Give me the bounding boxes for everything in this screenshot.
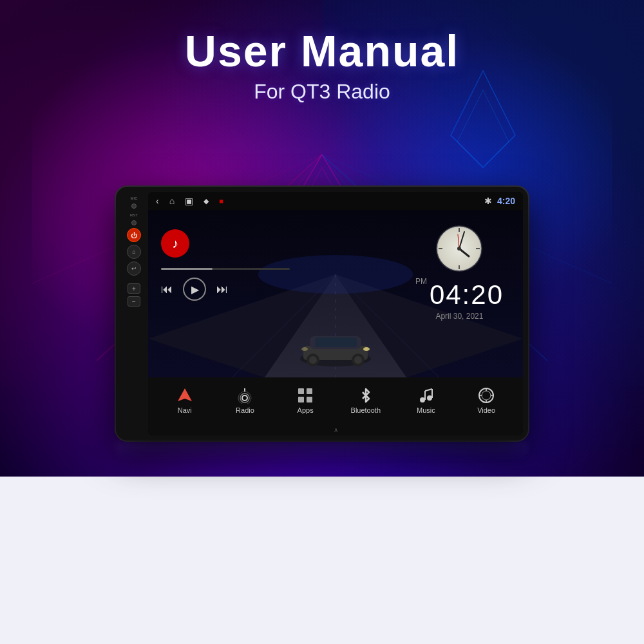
- date-label: April 30, 2021: [435, 312, 483, 321]
- svg-rect-47: [307, 388, 312, 394]
- status-time: 4:20: [497, 196, 515, 206]
- home-side-button[interactable]: ⌂: [127, 245, 141, 259]
- navi-label: Navi: [178, 406, 192, 414]
- vol-up-button[interactable]: +: [128, 283, 140, 294]
- svg-rect-48: [298, 397, 304, 402]
- prev-icon[interactable]: ⏮: [161, 283, 173, 296]
- video-icon: [478, 387, 495, 404]
- svg-rect-23: [315, 337, 357, 347]
- progress-bar[interactable]: [161, 268, 290, 270]
- bluetooth-label: Bluetooth: [351, 406, 381, 414]
- screen: ‹ ⌂ ▣ ◆ ■ ✱ 4:20: [148, 192, 523, 435]
- rst-dot: [131, 220, 137, 225]
- navi-icon: [176, 387, 193, 404]
- mic-label: MIC: [131, 196, 138, 200]
- time-period: PM: [415, 277, 427, 286]
- device-reflection: [116, 442, 528, 461]
- mic-dot: [131, 204, 137, 209]
- play-icon: ▶: [191, 283, 199, 296]
- power-button[interactable]: ⏻: [127, 228, 141, 242]
- nav-item-apps[interactable]: Apps: [283, 387, 328, 414]
- apps-icon: [297, 387, 314, 404]
- car-image: [297, 323, 374, 371]
- swipe-indicator: ∧: [148, 424, 523, 435]
- svg-point-29: [301, 347, 308, 351]
- nav-item-radio[interactable]: Radio: [222, 387, 267, 414]
- rst-label: RST: [130, 213, 138, 217]
- notification-icon[interactable]: ■: [219, 197, 223, 205]
- home-icon[interactable]: ⌂: [169, 196, 175, 206]
- page-subtitle: For QT3 Radio: [0, 80, 644, 104]
- bottom-nav: Navi Radio: [148, 377, 523, 424]
- bottom-white-area: [0, 477, 644, 644]
- player-controls: ♪ ⏮ ▶ ⏭: [161, 229, 290, 301]
- music-label: Music: [417, 406, 435, 414]
- home-side-icon: ⌂: [132, 249, 135, 255]
- page-title: User Manual: [0, 26, 644, 76]
- music-icon: [417, 387, 434, 404]
- music-note-icon: ♪: [172, 236, 178, 251]
- svg-point-56: [482, 391, 491, 400]
- nav-item-bluetooth[interactable]: Bluetooth: [343, 387, 388, 414]
- svg-line-53: [425, 389, 432, 391]
- apps-label: Apps: [298, 406, 314, 414]
- video-label: Video: [477, 406, 495, 414]
- back-side-button[interactable]: ↩: [127, 261, 141, 276]
- transport-controls: ⏮ ▶ ⏭: [161, 278, 290, 301]
- radio-icon: [236, 387, 253, 404]
- svg-point-50: [420, 397, 425, 402]
- bluetooth-icon: ✱: [484, 196, 492, 206]
- vol-group: + −: [128, 283, 140, 307]
- svg-marker-41: [178, 388, 192, 401]
- next-icon[interactable]: ⏭: [216, 283, 228, 296]
- svg-point-28: [363, 347, 370, 351]
- svg-point-42: [242, 395, 247, 401]
- back-icon[interactable]: ‹: [156, 196, 159, 206]
- location-icon[interactable]: ◆: [204, 197, 209, 205]
- svg-point-40: [457, 247, 461, 251]
- device-shell: MIC RST ⏻ ⌂ ↩ + − ‹ ⌂: [116, 187, 528, 440]
- digital-time: 04:20: [430, 279, 504, 310]
- svg-point-25: [309, 356, 317, 364]
- progress-fill: [161, 268, 213, 270]
- back-side-icon: ↩: [131, 265, 137, 272]
- status-right: ✱ 4:20: [484, 196, 515, 206]
- nav-item-navi[interactable]: Navi: [162, 387, 207, 414]
- clock-area: PM 04:20 April 30, 2021: [415, 223, 504, 321]
- recent-apps-icon[interactable]: ▣: [185, 196, 193, 206]
- chevron-up-icon: ∧: [334, 426, 338, 433]
- svg-point-51: [427, 395, 432, 401]
- play-button[interactable]: ▶: [183, 278, 206, 301]
- header-area: User Manual For QT3 Radio: [0, 26, 644, 104]
- digital-clock-area: PM 04:20: [415, 274, 504, 310]
- device-wrapper: MIC RST ⏻ ⌂ ↩ + − ‹ ⌂: [116, 187, 528, 461]
- side-buttons: MIC RST ⏻ ⌂ ↩ + −: [122, 196, 146, 431]
- power-icon: ⏻: [131, 232, 137, 239]
- vol-down-button[interactable]: −: [128, 296, 140, 307]
- nav-item-video[interactable]: Video: [464, 387, 509, 414]
- analog-clock: [433, 223, 485, 274]
- screen-content: ♪ ⏮ ▶ ⏭: [148, 210, 523, 377]
- svg-point-27: [354, 356, 362, 364]
- svg-rect-49: [307, 397, 312, 402]
- music-icon-circle: ♪: [161, 229, 189, 258]
- status-bar: ‹ ⌂ ▣ ◆ ■ ✱ 4:20: [148, 192, 523, 210]
- radio-label: Radio: [236, 406, 254, 414]
- bluetooth-icon: [357, 387, 374, 404]
- nav-item-music[interactable]: Music: [403, 387, 448, 414]
- svg-rect-46: [298, 388, 304, 394]
